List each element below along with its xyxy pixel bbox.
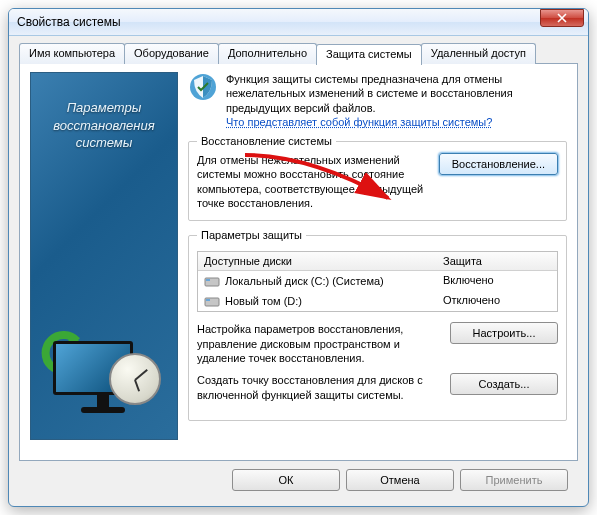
banner-line-3: системы <box>31 134 177 152</box>
intro-description: Функция защиты системы предназначена для… <box>226 73 513 114</box>
configure-button[interactable]: Настроить... <box>450 322 558 344</box>
svg-rect-4 <box>206 299 210 301</box>
restore-button[interactable]: Восстановление... <box>439 153 558 175</box>
disk-name: Локальный диск (C:) (Система) <box>225 275 384 287</box>
banner-line-1: Параметры <box>31 99 177 117</box>
restore-legend: Восстановление системы <box>197 135 336 147</box>
banner-line-2: восстановления <box>31 117 177 135</box>
close-icon <box>557 13 567 23</box>
col-protection[interactable]: Защита <box>437 252 557 270</box>
restore-description: Для отмены нежелательных изменений систе… <box>197 153 431 210</box>
side-banner: Параметры восстановления системы <box>30 72 178 440</box>
disk-list[interactable]: Доступные диски Защита Локальный диск (C… <box>197 251 558 312</box>
disk-icon <box>204 274 220 288</box>
close-button[interactable] <box>540 9 584 27</box>
intro-block: Функция защиты системы предназначена для… <box>188 72 567 129</box>
tab-panel: Параметры восстановления системы <box>19 63 578 461</box>
intro-text: Функция защиты системы предназначена для… <box>226 72 567 129</box>
clock-icon <box>109 353 161 405</box>
disk-state: Отключено <box>437 291 557 311</box>
restore-group: Восстановление системы Для отмены нежела… <box>188 135 567 221</box>
banner-heading: Параметры восстановления системы <box>31 99 177 152</box>
disk-name: Новый том (D:) <box>225 295 302 307</box>
tab-advanced[interactable]: Дополнительно <box>218 43 317 64</box>
disk-row[interactable]: Новый том (D:) Отключено <box>198 291 557 311</box>
system-properties-window: Свойства системы Имя компьютера Оборудов… <box>8 8 589 507</box>
tab-strip: Имя компьютера Оборудование Дополнительн… <box>19 42 578 63</box>
shield-icon <box>188 72 218 102</box>
create-button[interactable]: Создать... <box>450 373 558 395</box>
disk-row[interactable]: Локальный диск (C:) (Система) Включено <box>198 271 557 291</box>
intro-help-link[interactable]: Что представляет собой функция защиты си… <box>226 116 492 128</box>
main-column: Функция защиты системы предназначена для… <box>188 72 567 448</box>
protection-legend: Параметры защиты <box>197 229 306 241</box>
disk-list-header: Доступные диски Защита <box>198 252 557 271</box>
tab-system-protection[interactable]: Защита системы <box>316 44 422 65</box>
window-title: Свойства системы <box>17 15 540 29</box>
tab-hardware[interactable]: Оборудование <box>124 43 219 64</box>
apply-button[interactable]: Применить <box>460 469 568 491</box>
create-description: Создать точку восстановления для дисков … <box>197 373 442 402</box>
col-available-disks[interactable]: Доступные диски <box>198 252 437 270</box>
titlebar[interactable]: Свойства системы <box>9 9 588 36</box>
disk-icon <box>204 294 220 308</box>
configure-description: Настройка параметров восстановления, упр… <box>197 322 442 365</box>
cancel-button[interactable]: Отмена <box>346 469 454 491</box>
tab-computer-name[interactable]: Имя компьютера <box>19 43 125 64</box>
content-area: Имя компьютера Оборудование Дополнительн… <box>9 36 588 499</box>
protection-group: Параметры защиты Доступные диски Защита … <box>188 229 567 420</box>
svg-rect-2 <box>206 279 210 281</box>
ok-button[interactable]: ОК <box>232 469 340 491</box>
dialog-footer: ОК Отмена Применить <box>19 461 578 491</box>
tab-remote[interactable]: Удаленный доступ <box>421 43 536 64</box>
disk-state: Включено <box>437 271 557 291</box>
